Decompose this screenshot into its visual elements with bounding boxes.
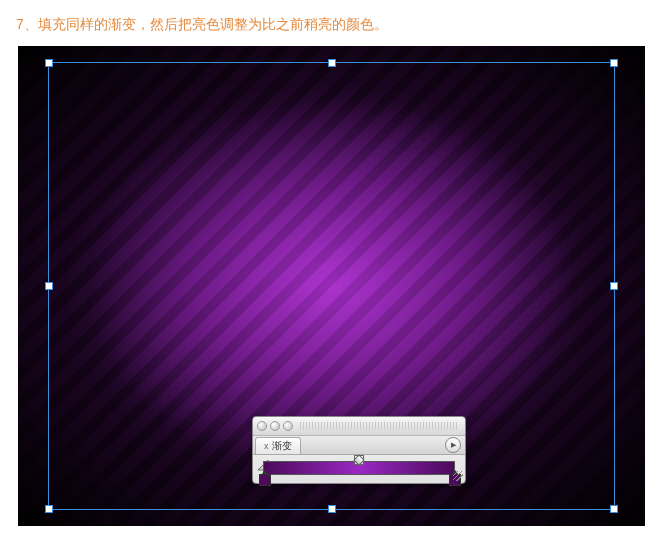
tab-close-icon[interactable]: x <box>264 441 269 451</box>
gradient-panel[interactable]: x 渐变 ▶ <box>252 416 466 484</box>
window-button-close[interactable] <box>257 421 267 431</box>
gradient-ramp[interactable] <box>263 461 455 475</box>
panel-tab-row: x 渐变 ▶ <box>253 436 465 455</box>
panel-menu-button[interactable]: ▶ <box>445 437 461 453</box>
panel-resize-grip[interactable] <box>453 471 463 481</box>
panel-drag-grip[interactable] <box>300 422 457 430</box>
window-button-minimize[interactable] <box>270 421 280 431</box>
step-instruction: 7、填充同样的渐变，然后把亮色调整为比之前稍亮的颜色。 <box>16 16 643 34</box>
panel-body <box>253 455 465 483</box>
tab-gradient[interactable]: x 渐变 <box>255 437 301 454</box>
panel-titlebar[interactable] <box>253 417 465 436</box>
artboard-container: x 渐变 ▶ <box>18 46 645 526</box>
play-icon: ▶ <box>451 441 456 449</box>
gradient-midpoint-handle[interactable] <box>354 455 364 465</box>
gradient-stop-left-swatch <box>259 474 271 486</box>
gradient-stop-left[interactable] <box>259 474 269 486</box>
tab-label: 渐变 <box>272 439 292 453</box>
window-button-zoom[interactable] <box>283 421 293 431</box>
